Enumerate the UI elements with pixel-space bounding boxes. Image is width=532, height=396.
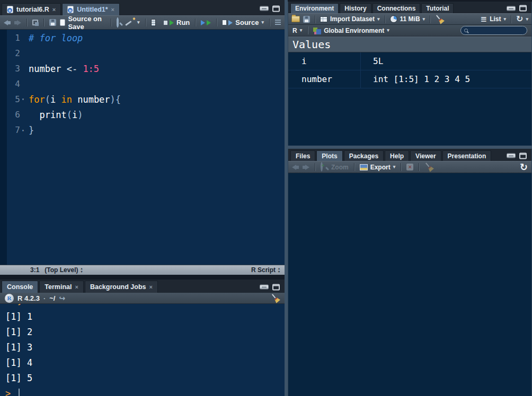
tab-viewer[interactable]: Viewer [410, 150, 441, 161]
tab-tutorial[interactable]: Tutorial [421, 3, 454, 13]
tab-terminal[interactable]: Terminal × [39, 281, 84, 293]
find-icon[interactable] [117, 19, 122, 26]
import-dataset-button[interactable]: Import Dataset ▾ [320, 15, 380, 23]
back-button[interactable] [4, 20, 11, 25]
console-output: [1] 1[1] 2[1] 3[1] 4[1] 5 [5, 309, 285, 386]
code-line[interactable]: for(i in number){ [29, 92, 285, 107]
console-prompt-line[interactable]: > [5, 386, 285, 396]
maximize-icon[interactable] [272, 284, 280, 290]
tab-environment[interactable]: Environment [290, 3, 339, 13]
memory-usage-label: 11 MiB [400, 15, 420, 23]
language-label: R [292, 27, 297, 34]
environment-search-input[interactable] [470, 28, 524, 34]
global-environment-icon [313, 27, 321, 34]
maximize-icon[interactable] [519, 5, 527, 11]
console-output-line: [1] 4 [5, 355, 285, 371]
minimize-icon[interactable] [260, 284, 269, 289]
console-body[interactable]: + } [1] 1[1] 2[1] 3[1] 4[1] 5 > [0, 304, 285, 396]
zoom-plot-button[interactable]: + Zoom [321, 163, 349, 171]
tab-background-jobs[interactable]: Background Jobs × [85, 281, 158, 293]
remove-plot-icon[interactable]: × [406, 164, 413, 170]
code-line[interactable]: print(i) [29, 107, 285, 122]
maximize-icon[interactable] [272, 5, 280, 12]
tab-history[interactable]: History [340, 3, 371, 13]
run-label: Run [176, 19, 190, 26]
toolbar-separator [430, 15, 430, 23]
fold-marker-icon[interactable]: ▴ [20, 128, 26, 132]
console-header: R R 4.2.3 · ~/ ↪ [0, 293, 285, 304]
variable-row[interactable]: i5L [288, 52, 531, 70]
save-icon[interactable] [49, 19, 56, 26]
export-plot-button[interactable]: Export ▾ [360, 164, 396, 171]
variable-row[interactable]: numberint [1:5] 1 2 3 4 5 [288, 70, 531, 88]
variable-value: 5L [361, 52, 383, 70]
code-line[interactable]: number <- 1:5 [29, 61, 285, 76]
code-line[interactable]: } [29, 122, 285, 138]
clear-plots-icon[interactable] [423, 161, 436, 174]
toolbar-separator [315, 15, 315, 23]
code-line[interactable] [29, 46, 285, 61]
tab-files[interactable]: Files [290, 150, 315, 161]
cursor-position: 3:1 [30, 266, 39, 274]
close-icon[interactable]: × [111, 6, 114, 13]
document-outline-icon[interactable] [275, 20, 281, 26]
gutter-line: 4 [7, 76, 26, 92]
previous-plot-button[interactable] [292, 165, 299, 170]
toolbar-separator [269, 19, 270, 26]
language-selector[interactable]: R ▾ [292, 27, 302, 34]
code-line[interactable]: # for loop [29, 30, 285, 46]
editor-gutter: 12345▾67▴ [7, 30, 26, 265]
environment-searchbox[interactable] [460, 26, 527, 35]
refresh-plots-icon[interactable]: ↻ [520, 163, 528, 172]
environment-scope-selector[interactable]: Global Environment ▾ [313, 27, 389, 34]
next-plot-button[interactable] [303, 165, 309, 170]
tab-tutorial6[interactable]: R tutorial6.R × [2, 3, 61, 15]
open-in-new-window-icon[interactable] [32, 20, 38, 25]
chevron-down-icon: ▾ [504, 17, 507, 22]
memory-usage-button[interactable]: 11 MiB ▾ [390, 15, 425, 23]
editor-code[interactable]: # for loopnumber <- 1:5for(i in number){… [26, 30, 285, 265]
fold-marker-icon[interactable]: ▾ [20, 97, 26, 102]
minimize-icon[interactable] [507, 153, 516, 158]
variable-name: number [288, 70, 361, 88]
tab-untitled1[interactable]: R Untitled1* × [62, 3, 120, 15]
scope-selector[interactable]: (Top Level) ▴▾ [45, 266, 82, 274]
close-icon[interactable]: × [75, 284, 78, 290]
console-tabbar: Console Terminal × Background Jobs × [0, 280, 285, 293]
tab-plots[interactable]: Plots [316, 150, 342, 161]
tab-connections[interactable]: Connections [373, 3, 421, 13]
code-line[interactable] [29, 76, 285, 92]
view-mode-button[interactable]: ≡ List ▾ [481, 15, 506, 23]
goto-directory-icon[interactable]: ↪ [59, 294, 65, 302]
clear-console-icon[interactable] [269, 292, 282, 304]
tab-console[interactable]: Console [2, 281, 38, 293]
source-on-save-toggle[interactable]: Source on Save [60, 15, 105, 31]
close-icon[interactable]: × [149, 284, 153, 290]
refresh-environment-button[interactable]: ↻ ▾ [516, 15, 528, 23]
tab-packages[interactable]: Packages [344, 150, 384, 161]
code-tools-button[interactable]: * ▾ [126, 19, 140, 26]
chevron-down-icon: ▾ [377, 17, 380, 22]
source-button[interactable]: Source ▾ [222, 19, 264, 26]
clear-environment-icon[interactable] [433, 13, 446, 25]
minimize-icon[interactable] [260, 6, 269, 11]
load-workspace-icon[interactable] [291, 16, 300, 22]
rerun-button[interactable] [201, 20, 211, 25]
source-on-save-checkbox[interactable] [60, 19, 65, 26]
view-mode-label: List [490, 15, 501, 23]
tab-help[interactable]: Help [385, 150, 409, 161]
save-workspace-icon[interactable] [303, 16, 310, 23]
compile-report-icon[interactable] [151, 19, 156, 26]
updown-icon: ▴▾ [278, 267, 280, 273]
minimize-icon[interactable] [507, 6, 516, 11]
forward-button[interactable] [14, 20, 21, 25]
run-button[interactable]: Run [163, 19, 190, 26]
environment-pane: Environment History Connections Tutorial… [288, 2, 532, 146]
close-icon[interactable]: × [52, 6, 56, 13]
maximize-icon[interactable] [519, 152, 527, 159]
editor[interactable]: 12345▾67▴ # for loopnumber <- 1:5for(i i… [0, 30, 285, 265]
tab-presentation[interactable]: Presentation [442, 150, 492, 161]
toolbar-separator [511, 15, 511, 23]
file-type-selector[interactable]: R Script ▴▾ [251, 266, 280, 274]
zoom-icon: + [321, 163, 329, 171]
